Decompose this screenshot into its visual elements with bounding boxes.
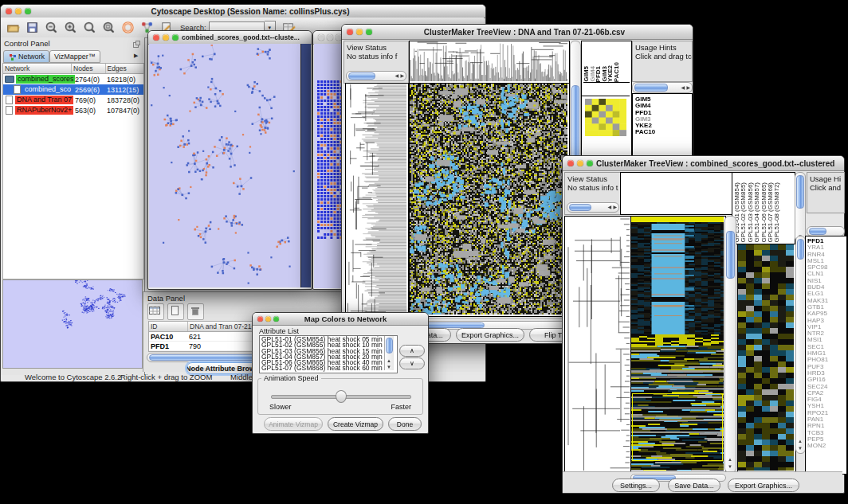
zoom-fit-icon[interactable] [101,20,116,35]
close-icon[interactable] [318,34,324,41]
column-header-id[interactable]: ID [149,322,188,331]
scroll-up-icon[interactable]: ▲ [387,358,391,363]
birdseye-view[interactable] [2,279,143,369]
maximize-icon[interactable] [172,34,179,41]
tv2-row-dendrogram[interactable] [565,217,630,471]
network-view-titlebar[interactable]: combined_scores_good.txt--cluste... [148,31,312,45]
zoom-selected-icon[interactable] [82,20,97,35]
close-icon[interactable] [347,29,353,35]
scroll-thumb[interactable] [569,204,591,211]
close-icon[interactable] [567,160,574,166]
network-row[interactable]: RNAPuberNov2+563(0)107847(0) [3,105,143,115]
zoom-in-icon[interactable] [63,20,78,35]
tv2-gene-list[interactable]: PFD1YRA1RNR4MSL1SPC98CLN1NIS1BUD4ELG1MAK… [805,236,847,475]
move-up-button[interactable]: ∧ [399,345,425,357]
column-header-network[interactable]: Network [3,64,72,73]
network-list[interactable]: Network Nodes Edges combined_scores2764(… [2,63,144,279]
scroll-thumb[interactable] [726,231,735,279]
save-icon[interactable] [25,20,40,35]
tv2-status-hscrollbar[interactable]: ◀ ▶ [567,202,619,213]
done-button[interactable]: Done [388,417,422,431]
move-down-button[interactable]: ∨ [399,357,425,369]
save-data--button[interactable]: Save Data... [668,479,720,492]
scroll-up-icon[interactable]: ▲ [798,439,803,443]
tv2-zoom-heatmap-panel[interactable] [737,244,796,473]
treeview1-titlebar[interactable]: ClusterMaker TreeView : DNA and Tran 07-… [342,25,693,40]
network-view-window[interactable]: combined_scores_good.txt--cluste... [147,30,312,290]
tv1-heatmap[interactable] [410,84,567,315]
tab-vizmapper[interactable]: VizMapper™ [49,50,100,63]
tab-network[interactable]: Network [3,50,49,63]
tab-overflow-button[interactable]: ▶ [134,53,138,59]
tv1-summary-heatmap[interactable] [585,99,626,136]
maximize-icon[interactable] [273,316,279,322]
treeview2-window[interactable]: ClusterMaker TreeView : combined_scores_… [562,155,845,494]
tv1-row-dendrogram-panel[interactable] [345,83,409,317]
scroll-left-icon[interactable]: ◀ [395,73,398,78]
tv1-column-dendrogram[interactable] [410,41,567,81]
maximize-icon[interactable] [587,160,593,166]
tv2-heatmap[interactable] [631,217,724,471]
scroll-down-icon[interactable]: ▼ [798,446,803,451]
minimize-icon[interactable] [356,29,363,35]
scroll-left-icon[interactable]: ◀ [681,85,685,90]
create-attribute-button[interactable] [167,303,184,320]
close-icon[interactable] [6,8,12,14]
network-graph[interactable] [150,45,300,286]
minimize-icon[interactable] [327,34,333,41]
tv2-row-dendrogram-panel[interactable] [564,216,632,473]
tv2-main-vscrollbar[interactable]: ▲ ▼ [724,216,736,473]
tv2-heatmap-panel[interactable] [630,216,726,473]
export-graphics--button[interactable]: Export Graphics... [728,479,799,492]
maximize-icon[interactable] [366,29,372,35]
dialog-titlebar[interactable]: Map Colors to Network [253,313,428,326]
scroll-right-icon[interactable]: ▶ [400,73,404,78]
attribute-list-scrollbar[interactable]: ▲ ▼ [384,336,394,370]
scroll-left-icon[interactable]: ◀ [607,205,611,209]
tv2-column-dendrogram-panel[interactable] [620,172,735,215]
tv1-row-dendrogram[interactable] [346,84,406,315]
zoom-out-icon[interactable] [44,20,59,35]
main-titlebar[interactable]: Cytoscape Desktop (Session Name: collins… [1,5,485,18]
scroll-down-icon[interactable]: ▼ [728,464,732,469]
create-vizmap-button[interactable]: Create Vizmap [328,417,383,431]
open-folder-icon[interactable] [6,20,21,35]
close-icon[interactable] [153,34,159,41]
minimize-icon[interactable] [577,160,583,166]
scroll-up-icon[interactable]: ▲ [728,457,732,462]
minimize-icon[interactable] [163,34,169,41]
treeview2-titlebar[interactable]: ClusterMaker TreeView : combined_scores_… [563,156,844,171]
close-icon[interactable] [257,316,263,322]
scroll-thumb[interactable] [796,175,804,209]
tv2-zoom-heatmap[interactable] [738,244,794,471]
settings--button[interactable]: Settings... [612,479,660,492]
delete-attribute-button[interactable] [187,303,204,320]
network-row[interactable]: combined_scores2764(0)16218(0) [3,74,143,84]
column-header-edges[interactable]: Edges [106,64,143,73]
scroll-down-icon[interactable]: ▼ [387,365,391,369]
tv2-top-vscrollbar[interactable]: ▼ [795,172,806,242]
tv1-heatmap-panel[interactable] [409,83,570,317]
network-row[interactable]: DNA and Tran 07769(0)183728(0) [3,95,143,105]
scroll-thumb[interactable] [797,239,804,260]
scroll-right-icon[interactable]: ▶ [686,85,690,90]
tv1-hints-hscrollbar[interactable]: ◀ ▶ [632,82,693,93]
network-row[interactable]: combined_sco2569(6)13112(15) [3,84,143,95]
tv1-status-hscrollbar[interactable]: ◀ ▶ [346,71,406,81]
scroll-thumb[interactable] [348,72,375,80]
scroll-thumb[interactable] [386,338,393,354]
attribute-listbox[interactable]: GPL51-01 (GSM854) heat shock 05 minGPL51… [259,335,398,373]
scroll-thumb[interactable] [809,228,826,235]
speed-slider-thumb[interactable] [336,390,347,403]
tv1-column-dendrogram-panel[interactable] [409,41,570,84]
maximize-icon[interactable] [25,8,31,14]
column-header-nodes[interactable]: Nodes [72,64,106,73]
minimize-icon[interactable] [15,8,22,14]
float-panel-icon[interactable] [132,39,141,49]
scroll-thumb[interactable] [634,84,668,92]
export-graphics--button[interactable]: Export Graphics... [456,328,524,342]
attribute-list-item[interactable]: GPL51-07 (GSM868) heat shock 60 min [261,365,397,371]
map-colors-dialog[interactable]: Map Colors to Network Attribute List GPL… [252,312,429,434]
scroll-right-icon[interactable]: ▶ [613,205,617,209]
help-icon[interactable] [120,20,135,35]
